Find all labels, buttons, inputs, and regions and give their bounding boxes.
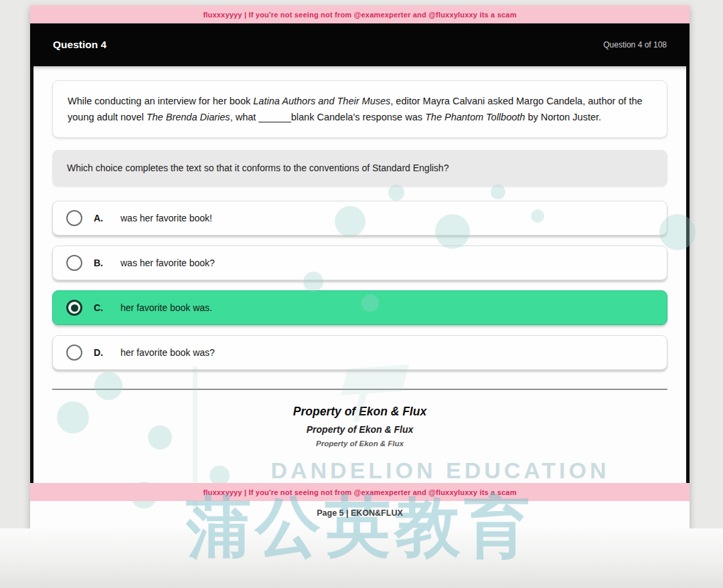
option-text: her favorite book was. (120, 302, 212, 313)
option-letter: D. (94, 347, 111, 358)
option-letter: C. (94, 302, 111, 313)
option-b[interactable]: B. was her favorite book? (52, 246, 667, 280)
option-a[interactable]: A. was her favorite book! (52, 201, 667, 235)
exam-page: fluxxxyyyy | If you're not seeing not fr… (30, 5, 690, 528)
option-letter: A. (94, 213, 111, 223)
property-notice-large: Property of Ekon & Flux (52, 405, 667, 419)
page-footer-label: Page 5 | EKON&FLUX (30, 508, 690, 518)
top-warning-banner: fluxxxyyyy | If you're not seeing not fr… (30, 5, 690, 23)
radio-dot (71, 349, 78, 357)
option-letter: B. (94, 258, 111, 268)
property-notice-medium: Property of Ekon & Flux (52, 424, 667, 435)
property-notice-small: Property of Ekon & Flux (52, 439, 667, 448)
warning-text: fluxxxyyyy | If you're not seeing not fr… (203, 488, 516, 496)
radio-dot (71, 304, 78, 312)
question-content: While conducting an interview for her bo… (30, 66, 690, 483)
radio-dot (71, 260, 78, 267)
option-c[interactable]: C. her favorite book was. (52, 290, 667, 325)
option-text: was her favorite book? (120, 258, 215, 268)
option-text: her favorite book was? (120, 347, 215, 358)
radio-option-b[interactable] (66, 255, 82, 271)
answer-options: A. was her favorite book! B. was her fav… (52, 201, 667, 370)
warning-text: fluxxxyyyy | If you're not seeing not fr… (203, 11, 516, 19)
passage-card: While conducting an interview for her bo… (52, 80, 667, 138)
passage-text: While conducting an interview for her bo… (68, 96, 643, 122)
question-prompt: Which choice completes the text so that … (52, 150, 667, 186)
radio-option-c[interactable] (66, 300, 82, 316)
radio-option-d[interactable] (66, 345, 82, 361)
question-header: Question 4 Question 4 of 108 (30, 23, 690, 66)
question-prompt-text: Which choice completes the text so that … (67, 163, 449, 173)
option-text: was her favorite book! (120, 213, 212, 223)
option-d[interactable]: D. her favorite book was? (52, 335, 667, 370)
radio-dot (71, 215, 78, 222)
question-progress: Question 4 of 108 (603, 40, 667, 50)
radio-option-a[interactable] (66, 210, 82, 226)
desk-background (0, 528, 723, 588)
question-title: Question 4 (53, 39, 106, 51)
section-divider (52, 389, 667, 390)
bottom-warning-banner: fluxxxyyyy | If you're not seeing not fr… (30, 483, 690, 501)
